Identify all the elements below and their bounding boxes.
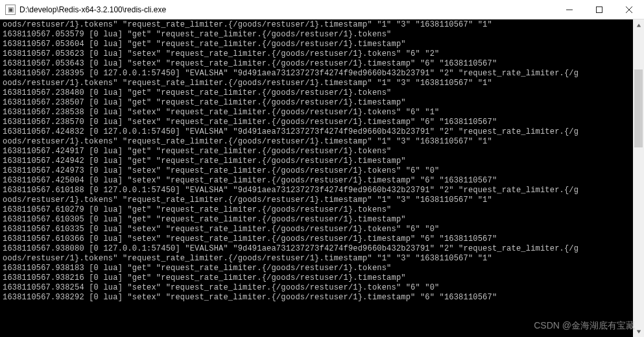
svg-marker-4: [636, 23, 640, 27]
scroll-up-arrow-icon[interactable]: [633, 19, 644, 31]
maximize-button[interactable]: [584, 0, 614, 19]
terminal-output[interactable]: oods/restuser/1}.tokens" "request_rate_l…: [0, 19, 644, 337]
svg-marker-5: [636, 330, 640, 333]
scrollbar-thumb[interactable]: [634, 69, 643, 147]
svg-rect-1: [597, 6, 602, 12]
window-titlebar: ▣ D:\develop\Redis-x64-3.2.100\redis-cli…: [0, 0, 644, 19]
window-title: D:\develop\Redis-x64-3.2.100\redis-cli.e…: [19, 5, 555, 14]
vertical-scrollbar[interactable]: [633, 19, 644, 337]
minimize-button[interactable]: [555, 0, 584, 19]
close-button[interactable]: [614, 0, 644, 19]
app-icon: ▣: [5, 5, 16, 15]
watermark-text: CSDN @金海湖底有宝藏: [534, 320, 635, 332]
window-controls: [555, 0, 644, 19]
